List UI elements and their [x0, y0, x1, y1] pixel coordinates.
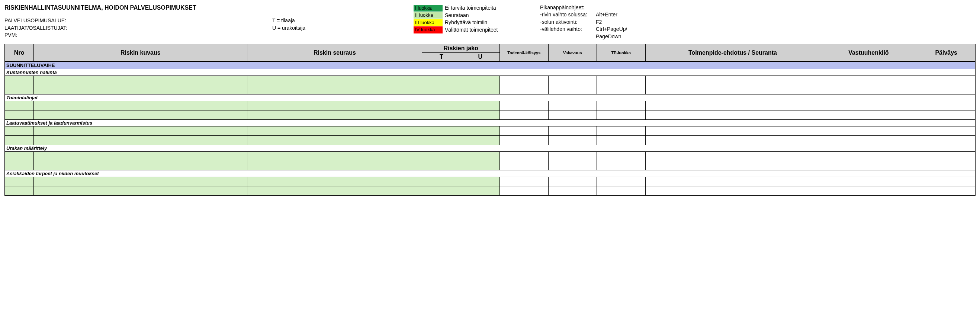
cell[interactable] [5, 101, 34, 110]
cell[interactable] [597, 177, 646, 186]
cell[interactable] [597, 110, 646, 120]
cell[interactable] [917, 127, 975, 136]
cell[interactable] [34, 110, 247, 120]
cell[interactable] [422, 136, 461, 145]
cell[interactable] [34, 101, 247, 110]
cell[interactable] [548, 152, 597, 161]
cell[interactable] [422, 152, 461, 161]
cell[interactable] [461, 76, 500, 85]
cell[interactable] [645, 136, 820, 145]
cell[interactable] [917, 110, 975, 120]
cell[interactable] [247, 161, 422, 170]
cell[interactable] [5, 127, 34, 136]
cell[interactable] [34, 186, 247, 195]
cell[interactable] [820, 127, 917, 136]
cell[interactable] [461, 110, 500, 120]
cell[interactable] [645, 177, 820, 186]
cell[interactable] [820, 161, 917, 170]
cell[interactable] [917, 186, 975, 195]
cell[interactable] [500, 110, 549, 120]
cell[interactable] [34, 177, 247, 186]
cell[interactable] [5, 76, 34, 85]
cell[interactable] [34, 85, 247, 94]
cell[interactable] [461, 177, 500, 186]
cell[interactable] [820, 101, 917, 110]
cell[interactable] [645, 76, 820, 85]
cell[interactable] [597, 85, 646, 94]
cell[interactable] [820, 136, 917, 145]
cell[interactable] [500, 136, 549, 145]
cell[interactable] [461, 186, 500, 195]
cell[interactable] [5, 161, 34, 170]
cell[interactable] [820, 85, 917, 94]
cell[interactable] [645, 101, 820, 110]
cell[interactable] [247, 76, 422, 85]
cell[interactable] [500, 127, 549, 136]
cell[interactable] [548, 161, 597, 170]
cell[interactable] [597, 101, 646, 110]
cell[interactable] [5, 152, 34, 161]
cell[interactable] [597, 127, 646, 136]
cell[interactable] [422, 177, 461, 186]
cell[interactable] [820, 110, 917, 120]
cell[interactable] [645, 161, 820, 170]
cell[interactable] [548, 136, 597, 145]
cell[interactable] [461, 161, 500, 170]
cell[interactable] [820, 76, 917, 85]
cell[interactable] [500, 152, 549, 161]
cell[interactable] [34, 136, 247, 145]
cell[interactable] [548, 101, 597, 110]
cell[interactable] [247, 101, 422, 110]
cell[interactable] [548, 85, 597, 94]
cell[interactable] [247, 177, 422, 186]
cell[interactable] [247, 186, 422, 195]
cell[interactable] [461, 85, 500, 94]
cell[interactable] [597, 186, 646, 195]
cell[interactable] [597, 161, 646, 170]
cell[interactable] [820, 152, 917, 161]
cell[interactable] [422, 76, 461, 85]
cell[interactable] [461, 152, 500, 161]
cell[interactable] [917, 152, 975, 161]
cell[interactable] [597, 76, 646, 85]
cell[interactable] [597, 152, 646, 161]
cell[interactable] [820, 186, 917, 195]
cell[interactable] [5, 177, 34, 186]
cell[interactable] [645, 110, 820, 120]
cell[interactable] [917, 136, 975, 145]
cell[interactable] [247, 152, 422, 161]
cell[interactable] [5, 136, 34, 145]
cell[interactable] [645, 127, 820, 136]
cell[interactable] [917, 76, 975, 85]
cell[interactable] [548, 186, 597, 195]
cell[interactable] [34, 152, 247, 161]
cell[interactable] [500, 76, 549, 85]
cell[interactable] [461, 136, 500, 145]
cell[interactable] [548, 127, 597, 136]
cell[interactable] [500, 177, 549, 186]
cell[interactable] [645, 85, 820, 94]
cell[interactable] [917, 85, 975, 94]
cell[interactable] [247, 110, 422, 120]
cell[interactable] [461, 127, 500, 136]
cell[interactable] [917, 177, 975, 186]
cell[interactable] [34, 76, 247, 85]
cell[interactable] [500, 101, 549, 110]
cell[interactable] [500, 85, 549, 94]
cell[interactable] [548, 177, 597, 186]
cell[interactable] [422, 161, 461, 170]
cell[interactable] [597, 136, 646, 145]
cell[interactable] [247, 127, 422, 136]
cell[interactable] [917, 161, 975, 170]
cell[interactable] [247, 85, 422, 94]
cell[interactable] [34, 161, 247, 170]
cell[interactable] [247, 136, 422, 145]
cell[interactable] [422, 110, 461, 120]
cell[interactable] [5, 186, 34, 195]
cell[interactable] [500, 186, 549, 195]
cell[interactable] [422, 186, 461, 195]
cell[interactable] [422, 127, 461, 136]
cell[interactable] [645, 152, 820, 161]
cell[interactable] [461, 101, 500, 110]
cell[interactable] [34, 127, 247, 136]
